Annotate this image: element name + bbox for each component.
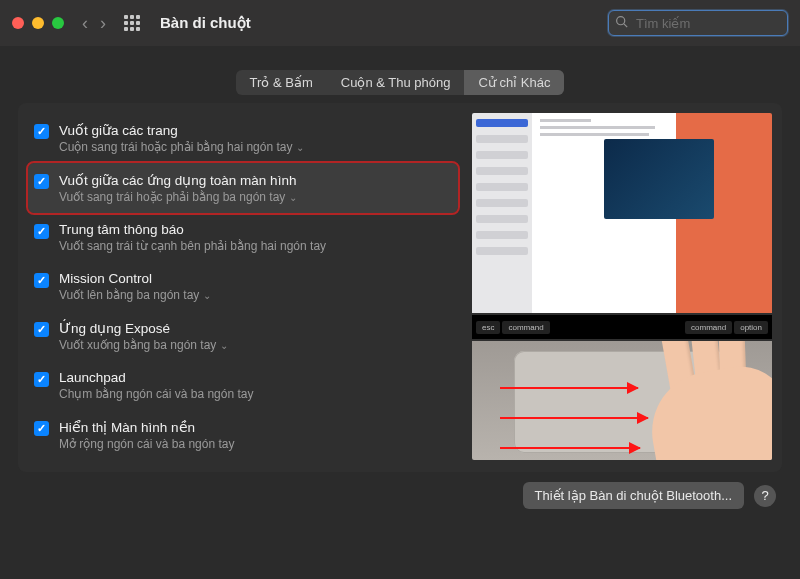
page-title: Bàn di chuột xyxy=(160,14,251,32)
checkbox[interactable] xyxy=(34,421,49,436)
option-subtitle-dropdown[interactable]: Vuốt xuống bằng ba ngón tay⌄ xyxy=(59,338,228,352)
option-show-desktop[interactable]: Hiển thị Màn hình nền Mở rộng ngón cái v… xyxy=(28,410,458,460)
close-icon[interactable] xyxy=(12,17,24,29)
option-app-expose[interactable]: Ứng dụng Exposé Vuốt xuống bằng ba ngón … xyxy=(28,311,458,361)
option-subtitle: Vuốt sang trái từ cạnh bên phải bằng hai… xyxy=(59,239,326,253)
forward-button[interactable]: › xyxy=(100,13,106,34)
checkbox[interactable] xyxy=(34,124,49,139)
gesture-preview: esc command command option xyxy=(472,113,772,460)
setup-bluetooth-button[interactable]: Thiết lập Bàn di chuột Bluetooth... xyxy=(523,482,744,509)
checkbox[interactable] xyxy=(34,322,49,337)
tab-more-gestures[interactable]: Cử chỉ Khác xyxy=(464,70,564,95)
touchbar-key: command xyxy=(502,321,549,334)
all-prefs-icon[interactable] xyxy=(124,15,140,31)
svg-line-1 xyxy=(624,24,627,27)
chevron-down-icon: ⌄ xyxy=(203,290,211,301)
touchbar-key: option xyxy=(734,321,768,334)
tab-bar: Trỏ & Bấm Cuộn & Thu phóng Cử chỉ Khác xyxy=(236,70,565,95)
option-subtitle: Chụm bằng ngón cái và ba ngón tay xyxy=(59,387,253,401)
touchbar-key: command xyxy=(685,321,732,334)
option-title: Vuốt giữa các ứng dụng toàn màn hình xyxy=(59,172,297,188)
back-button[interactable]: ‹ xyxy=(82,13,88,34)
chevron-down-icon: ⌄ xyxy=(220,340,228,351)
footer: Thiết lập Bàn di chuột Bluetooth... ? xyxy=(18,472,782,509)
option-mission-control[interactable]: Mission Control Vuốt lên bằng ba ngón ta… xyxy=(28,262,458,311)
minimize-icon[interactable] xyxy=(32,17,44,29)
checkbox[interactable] xyxy=(34,372,49,387)
chevron-down-icon: ⌄ xyxy=(296,142,304,153)
option-subtitle: Mở rộng ngón cái và ba ngón tay xyxy=(59,437,234,451)
help-button[interactable]: ? xyxy=(754,485,776,507)
checkbox[interactable] xyxy=(34,273,49,288)
main-panel: Vuốt giữa các trang Cuộn sang trái hoặc … xyxy=(18,103,782,472)
nav-arrows: ‹ › xyxy=(82,13,106,34)
option-title: Mission Control xyxy=(59,271,211,286)
checkbox[interactable] xyxy=(34,174,49,189)
options-list: Vuốt giữa các trang Cuộn sang trái hoặc … xyxy=(28,113,458,460)
tab-point-click[interactable]: Trỏ & Bấm xyxy=(236,70,327,95)
hand-icon xyxy=(612,341,772,460)
option-swipe-pages[interactable]: Vuốt giữa các trang Cuộn sang trái hoặc … xyxy=(28,113,458,163)
option-subtitle-dropdown[interactable]: Cuộn sang trái hoặc phải bằng hai ngón t… xyxy=(59,140,304,154)
option-subtitle-dropdown[interactable]: Vuốt lên bằng ba ngón tay⌄ xyxy=(59,288,211,302)
checkbox[interactable] xyxy=(34,224,49,239)
option-title: Launchpad xyxy=(59,370,253,385)
svg-point-0 xyxy=(617,17,625,25)
option-title: Ứng dụng Exposé xyxy=(59,320,228,336)
option-notification-center[interactable]: Trung tâm thông báo Vuốt sang trái từ cạ… xyxy=(28,213,458,262)
preview-trackpad xyxy=(472,341,772,460)
option-swipe-fullscreen-apps[interactable]: Vuốt giữa các ứng dụng toàn màn hình Vuố… xyxy=(28,163,458,213)
search-icon xyxy=(615,15,628,31)
tab-scroll-zoom[interactable]: Cuộn & Thu phóng xyxy=(327,70,465,95)
search-field[interactable] xyxy=(608,10,788,36)
chevron-down-icon: ⌄ xyxy=(289,192,297,203)
option-title: Trung tâm thông báo xyxy=(59,222,326,237)
search-input[interactable] xyxy=(636,16,800,31)
titlebar: ‹ › Bàn di chuột xyxy=(0,0,800,46)
option-title: Hiển thị Màn hình nền xyxy=(59,419,234,435)
maximize-icon[interactable] xyxy=(52,17,64,29)
option-title: Vuốt giữa các trang xyxy=(59,122,304,138)
option-launchpad[interactable]: Launchpad Chụm bằng ngón cái và ba ngón … xyxy=(28,361,458,410)
touchbar: esc command command option xyxy=(472,315,772,339)
preview-screen xyxy=(472,113,772,313)
touchbar-key: esc xyxy=(476,321,500,334)
option-subtitle-dropdown[interactable]: Vuốt sang trái hoặc phải bằng ba ngón ta… xyxy=(59,190,297,204)
window-controls xyxy=(12,17,64,29)
